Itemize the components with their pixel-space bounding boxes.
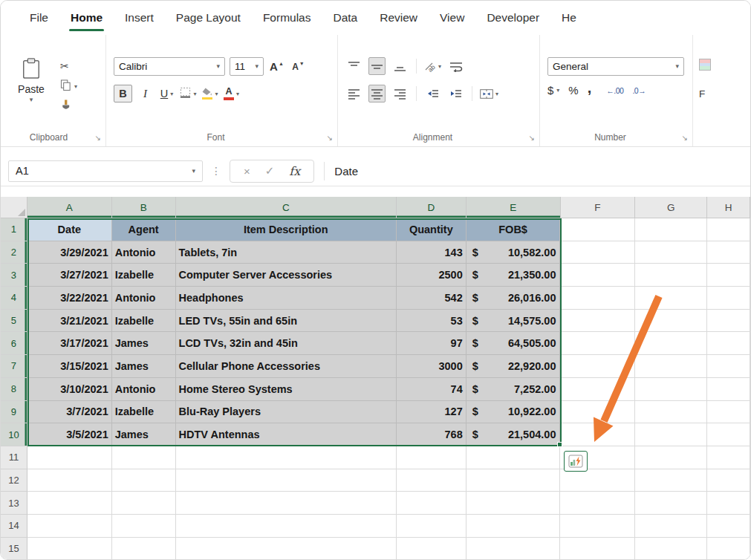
cell-G4[interactable]: [635, 287, 707, 310]
cell-D11[interactable]: [397, 446, 466, 469]
cell-G13[interactable]: [635, 492, 707, 515]
cell-B12[interactable]: [112, 469, 176, 492]
row-header-7[interactable]: 7: [1, 355, 27, 378]
row-header-10[interactable]: 10: [1, 423, 27, 446]
tab-page-layout[interactable]: Page Layout: [165, 1, 252, 34]
cell-F4[interactable]: [560, 287, 635, 310]
column-header-E[interactable]: E: [466, 197, 561, 218]
cell-B7[interactable]: James: [112, 355, 176, 378]
cell-A1[interactable]: Date: [27, 218, 112, 241]
cell-H3[interactable]: [707, 264, 750, 287]
row-header-8[interactable]: 8: [1, 378, 27, 401]
cell-D6[interactable]: 97: [397, 332, 466, 355]
row-header-5[interactable]: 5: [1, 310, 27, 333]
decrease-decimal-button[interactable]: .0→: [632, 86, 646, 95]
merge-center-button[interactable]: ▾: [480, 85, 498, 102]
wrap-text-button[interactable]: [447, 57, 464, 75]
cell-H5[interactable]: [707, 310, 750, 333]
cell-A4[interactable]: 3/22/2021: [27, 287, 112, 310]
cell-A8[interactable]: 3/10/2021: [27, 378, 112, 401]
cell-A5[interactable]: 3/21/2021: [27, 310, 112, 333]
cell-A14[interactable]: [27, 515, 112, 538]
cell-F12[interactable]: [560, 469, 635, 492]
cell-C10[interactable]: HDTV Antennas: [176, 423, 397, 446]
dialog-launcher-icon[interactable]: ↘: [529, 134, 535, 142]
cell-G6[interactable]: [635, 332, 707, 355]
name-box[interactable]: A1 ▾: [8, 160, 203, 182]
align-top-button[interactable]: [345, 57, 363, 75]
cell-A11[interactable]: [27, 446, 112, 469]
cell-H6[interactable]: [707, 332, 750, 355]
cell-F7[interactable]: [560, 355, 635, 378]
cell-G3[interactable]: [635, 264, 707, 287]
column-header-H[interactable]: H: [707, 197, 750, 218]
cell-B8[interactable]: Antonio: [112, 378, 176, 401]
cell-C2[interactable]: Tablets, 7in: [176, 241, 397, 264]
tab-file[interactable]: File: [19, 1, 59, 34]
row-header-13[interactable]: 13: [1, 492, 27, 515]
column-header-D[interactable]: D: [397, 197, 466, 218]
cell-F10[interactable]: [560, 423, 635, 446]
tab-home[interactable]: Home: [59, 1, 114, 34]
cell-B14[interactable]: [112, 515, 176, 538]
cell-C4[interactable]: Headphones: [176, 287, 397, 310]
dialog-launcher-icon[interactable]: ↘: [327, 134, 333, 142]
cell-D7[interactable]: 3000: [397, 355, 466, 378]
cell-E8[interactable]: $7,252.00: [466, 378, 561, 401]
cell-H2[interactable]: [707, 241, 750, 264]
row-header-15[interactable]: 15: [1, 538, 27, 559]
cell-E7[interactable]: $22,920.00: [466, 355, 561, 378]
cell-C7[interactable]: Cellular Phone Accessories: [176, 355, 397, 378]
cell-B1[interactable]: Agent: [112, 218, 176, 241]
dialog-launcher-icon[interactable]: ↘: [682, 134, 688, 142]
cell-C13[interactable]: [176, 492, 397, 515]
cell-D4[interactable]: 542: [397, 287, 466, 310]
orientation-button[interactable]: ab ▾: [424, 57, 441, 75]
cell-B10[interactable]: James: [112, 423, 176, 446]
cell-H1[interactable]: [707, 218, 750, 241]
row-header-11[interactable]: 11: [1, 446, 27, 469]
cell-G7[interactable]: [635, 355, 707, 378]
cell-H7[interactable]: [707, 355, 750, 378]
cell-B4[interactable]: Antonio: [112, 287, 176, 310]
cell-B5[interactable]: Izabelle: [112, 310, 176, 333]
cell-A6[interactable]: 3/17/2021: [27, 332, 112, 355]
row-header-12[interactable]: 12: [1, 469, 27, 492]
cell-H15[interactable]: [707, 538, 750, 559]
cell-A7[interactable]: 3/15/2021: [27, 355, 112, 378]
row-header-3[interactable]: 3: [1, 264, 27, 287]
tab-formulas[interactable]: Formulas: [252, 1, 322, 34]
cell-F8[interactable]: [560, 378, 635, 401]
cell-A13[interactable]: [27, 492, 112, 515]
number-format-select[interactable]: General ▾: [547, 57, 684, 76]
comma-style-button[interactable]: ,: [588, 85, 592, 97]
cell-G8[interactable]: [635, 378, 707, 401]
increase-decimal-button[interactable]: ←.00: [606, 86, 623, 95]
cell-B13[interactable]: [112, 492, 176, 515]
cell-D10[interactable]: 768: [397, 423, 466, 446]
formula-bar-splitter[interactable]: ⋮: [211, 165, 221, 177]
cell-H14[interactable]: [707, 515, 750, 538]
tab-review[interactable]: Review: [368, 1, 429, 34]
borders-button[interactable]: ▾: [180, 85, 197, 102]
column-header-B[interactable]: B: [112, 197, 176, 218]
cell-F15[interactable]: [560, 538, 635, 559]
cell-A2[interactable]: 3/29/2021: [27, 241, 112, 264]
cell-D15[interactable]: [397, 538, 466, 559]
tab-developer[interactable]: Developer: [475, 1, 550, 34]
percent-style-button[interactable]: %: [568, 84, 578, 97]
cell-G10[interactable]: [635, 423, 707, 446]
align-center-button[interactable]: [368, 85, 386, 102]
cell-D12[interactable]: [397, 469, 466, 492]
cell-E4[interactable]: $26,016.00: [466, 287, 561, 310]
fill-color-button[interactable]: ▾: [201, 85, 218, 102]
tab-he[interactable]: He: [550, 1, 588, 34]
cell-G5[interactable]: [635, 310, 707, 333]
cell-D13[interactable]: [397, 492, 466, 515]
cell-C11[interactable]: [176, 446, 397, 469]
fill-handle[interactable]: [557, 442, 562, 447]
row-header-4[interactable]: 4: [1, 287, 27, 310]
cell-C12[interactable]: [176, 469, 397, 492]
cell-F2[interactable]: [560, 241, 635, 264]
cell-B15[interactable]: [112, 538, 176, 559]
